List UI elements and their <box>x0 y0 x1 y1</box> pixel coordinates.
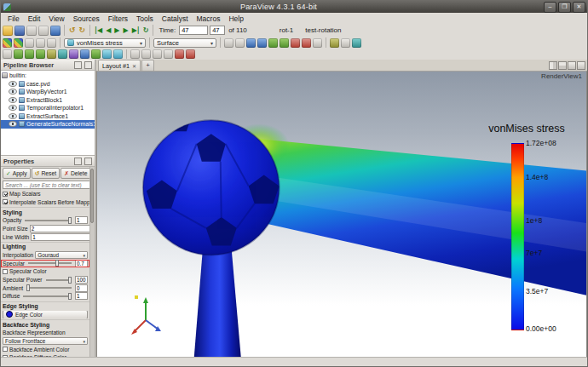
visibility-eye-icon[interactable] <box>9 113 17 119</box>
specular-power-slider[interactable] <box>46 279 72 281</box>
backface-styling-section-header[interactable]: Backface Styling <box>1 319 89 329</box>
properties-search-input[interactable] <box>3 181 93 189</box>
vcr-loop-button[interactable]: ↻ <box>142 25 150 36</box>
vcr-play-button[interactable]: ▶ <box>113 25 120 36</box>
visibility-eye-icon[interactable] <box>9 121 17 127</box>
backface-representation-dropdown[interactable]: Follow Frontface ▾ <box>3 337 88 345</box>
pipeline-item-temporalinterpolator1[interactable]: TemporalInterpolator1 <box>1 104 95 112</box>
contour-icon[interactable] <box>14 49 23 59</box>
color-legend[interactable]: vonMises stress 1.72e+08 1.4e+8 1e+8 7e+… <box>470 123 583 344</box>
menu-edit[interactable]: Edit <box>24 14 45 24</box>
point-size-input[interactable] <box>30 225 89 232</box>
diffuse-slider[interactable] <box>23 295 72 297</box>
maximize-view-icon[interactable] <box>568 61 576 70</box>
dock-float-button[interactable] <box>74 61 82 69</box>
vcr-first-frame-button[interactable]: |◀ <box>94 25 103 36</box>
view-minus-z-icon[interactable] <box>302 38 311 48</box>
scrollbar-thumb[interactable] <box>90 169 94 223</box>
menu-file[interactable]: File <box>3 14 24 24</box>
interpolation-dropdown[interactable]: Gouraud ▾ <box>35 251 88 259</box>
rescale-temporal-range-icon[interactable] <box>47 38 56 48</box>
split-horizontal-icon[interactable] <box>549 61 557 70</box>
warp-by-vector-icon[interactable] <box>91 49 101 59</box>
menu-sources[interactable]: Sources <box>69 14 104 24</box>
render-view[interactable]: RenderView1 vonMises stress 1.72e+08 1.4… <box>96 71 587 358</box>
connect-server-icon[interactable] <box>26 26 37 36</box>
stream-tracer-icon[interactable] <box>80 49 89 59</box>
vcr-previous-frame-button[interactable]: ◀ <box>105 25 112 36</box>
delete-button[interactable]: ✗ Delete <box>61 168 90 179</box>
reset-button[interactable]: ↺ Reset <box>32 168 60 179</box>
frame-value-input[interactable] <box>210 26 225 35</box>
opacity-input[interactable] <box>75 216 88 224</box>
reset-camera-icon[interactable] <box>224 38 233 48</box>
undo-icon[interactable]: ↺ <box>68 25 77 36</box>
close-button[interactable]: ✕ <box>573 2 585 13</box>
rotate-camera-90-icon[interactable] <box>313 38 322 48</box>
pipeline-item-generatesurfacenormals1[interactable]: GenerateSurfaceNormals1 <box>1 120 95 129</box>
view-plus-z-icon[interactable] <box>291 38 300 48</box>
select-cells-on-icon[interactable] <box>130 49 140 59</box>
test-rotation-button[interactable]: test-rotation <box>300 25 346 36</box>
menu-view[interactable]: View <box>44 14 68 24</box>
show-orientation-axes-icon[interactable] <box>330 38 339 48</box>
calculator-icon[interactable] <box>3 49 12 59</box>
select-cells-through-icon[interactable] <box>153 49 162 59</box>
tab-close-icon[interactable]: ✕ <box>132 63 136 69</box>
pipeline-item-warpbyvector1[interactable]: WarpByVector1 <box>1 88 95 96</box>
view-plus-y-icon[interactable] <box>268 38 278 48</box>
add-layout-tab-button[interactable]: + <box>141 60 154 71</box>
visibility-eye-icon[interactable] <box>9 105 17 111</box>
split-vertical-icon[interactable] <box>558 61 567 70</box>
layout-tab[interactable]: Layout #1 ✕ <box>98 60 141 71</box>
pipeline-item-extractblock1[interactable]: ExtractBlock1 <box>1 96 95 105</box>
maximize-button[interactable]: ❐ <box>558 2 571 13</box>
diffuse-input[interactable] <box>75 292 88 300</box>
representation-dropdown[interactable]: Surface ▾ <box>153 38 216 48</box>
specular-slider[interactable] <box>28 262 72 264</box>
extract-subset-icon[interactable] <box>58 49 67 59</box>
pipeline-item-case-pvd[interactable]: case.pvd <box>1 80 95 89</box>
edit-color-map-icon[interactable] <box>14 38 23 48</box>
save-data-icon[interactable] <box>14 26 25 36</box>
coloring-field-dropdown[interactable]: vonMises stress ▾ <box>64 38 146 48</box>
disconnect-server-icon[interactable] <box>38 26 49 36</box>
pick-center-icon[interactable] <box>352 38 361 48</box>
edge-styling-section-header[interactable]: Edge Styling <box>1 301 89 311</box>
zoom-to-data-icon[interactable] <box>235 38 245 48</box>
dock-close-button[interactable] <box>84 61 92 69</box>
styling-section-header[interactable]: Styling <box>1 207 89 216</box>
apply-button[interactable]: ✓ Apply <box>3 168 31 179</box>
opacity-slider[interactable] <box>25 220 72 221</box>
menu-macros[interactable]: Macros <box>193 14 225 24</box>
glyph-icon[interactable] <box>69 49 78 59</box>
dock-float-button[interactable] <box>74 158 82 165</box>
select-points-through-icon[interactable] <box>164 49 173 59</box>
close-view-icon[interactable] <box>577 61 585 70</box>
lighting-section-header[interactable]: Lighting <box>1 242 89 251</box>
interactive-select-points-icon[interactable] <box>186 49 195 59</box>
vcr-next-frame-button[interactable]: ▶ <box>122 25 129 36</box>
view-minus-x-icon[interactable] <box>257 38 267 48</box>
toggle-color-legend-icon[interactable] <box>3 38 12 48</box>
menu-help[interactable]: Help <box>224 14 247 24</box>
edge-color-button[interactable]: Edge Color <box>3 311 88 319</box>
properties-scrollbar[interactable] <box>89 167 95 358</box>
backface-ambient-color-checkbox[interactable] <box>3 347 8 352</box>
ambient-input[interactable] <box>75 284 88 292</box>
visibility-eye-icon[interactable] <box>9 89 17 95</box>
view-plus-x-icon[interactable] <box>246 38 256 48</box>
interpolate-scalars-checkbox[interactable] <box>3 199 8 204</box>
redo-icon[interactable]: ↻ <box>78 25 87 36</box>
time-value-input[interactable] <box>179 26 208 35</box>
specular-input[interactable] <box>75 260 88 267</box>
rescale-data-range-icon[interactable] <box>25 38 34 48</box>
pipeline-item-extractsurface1[interactable]: ExtractSurface1 <box>1 112 95 121</box>
specular-color-checkbox[interactable] <box>3 269 8 274</box>
view-minus-y-icon[interactable] <box>280 38 289 48</box>
minimize-button[interactable]: – <box>544 2 556 13</box>
open-file-icon[interactable] <box>3 26 13 36</box>
group-datasets-icon[interactable] <box>102 49 112 59</box>
pipeline-item-builtin[interactable]: builtin: <box>1 72 95 80</box>
menu-filters[interactable]: Filters <box>104 14 132 24</box>
